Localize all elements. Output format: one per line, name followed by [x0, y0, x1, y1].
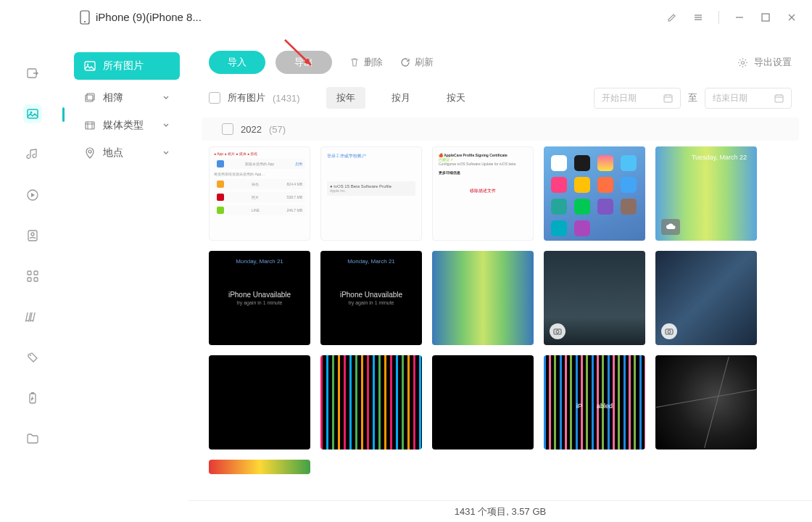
maximize-button[interactable] [760, 12, 771, 23]
photo-thumbnail[interactable] [544, 251, 645, 345]
photo-thumbnail[interactable] [209, 460, 310, 474]
camera-icon [661, 323, 677, 339]
photo-thumbnail[interactable]: Monday, March 21iPhone Unavailabletry ag… [320, 251, 422, 345]
menu-icon[interactable] [692, 12, 704, 23]
photo-thumbnail[interactable] [432, 355, 534, 450]
thumb-date: Monday, March 21 [347, 258, 395, 265]
time-segment: 按年 按月 按天 [326, 87, 476, 109]
delete-button[interactable]: 删除 [349, 56, 383, 69]
select-all-checkbox[interactable] [209, 92, 220, 104]
delete-label: 删除 [364, 56, 383, 69]
rail-apps-icon[interactable] [23, 267, 42, 286]
thumb-sub: try again in 1 minute [236, 300, 282, 305]
import-button[interactable]: 导入 [209, 51, 265, 74]
photo-thumbnail[interactable] [432, 251, 534, 345]
svg-point-1 [84, 21, 86, 22]
photo-thumbnail[interactable] [432, 460, 534, 474]
svg-rect-9 [28, 271, 31, 275]
toolbar: 导入 导出 删除 刷新 导出设置 [188, 35, 812, 83]
edit-icon[interactable] [666, 12, 678, 23]
status-bar: 1431 个项目, 3.57 GB [188, 500, 812, 522]
rail-contacts-icon[interactable] [23, 226, 42, 245]
svg-point-22 [742, 61, 745, 64]
sidebar-item-media-type[interactable]: 媒体类型 [74, 112, 180, 139]
seg-by-day[interactable]: 按天 [436, 87, 476, 109]
gear-icon [737, 57, 748, 68]
end-date-placeholder: 结束日期 [713, 92, 747, 104]
rail-tags-icon[interactable] [23, 348, 42, 367]
refresh-icon [400, 57, 410, 67]
photo-thumbnail[interactable] [544, 146, 645, 241]
chevron-down-icon [162, 94, 170, 102]
refresh-button[interactable]: 刷新 [400, 56, 434, 69]
status-text: 1431 个项目, 3.57 GB [455, 505, 546, 518]
minimize-button[interactable] [734, 12, 745, 23]
camera-icon [550, 323, 566, 339]
rail-video-icon[interactable] [23, 186, 42, 204]
sidebar: 所有图片 相簿 媒体类型 地点 [65, 35, 188, 522]
calendar-icon [774, 94, 784, 103]
photo-thumbnail[interactable]: 登录工作或学校帐户● tvOS 15 Beta Software Profile… [320, 146, 422, 241]
photo-thumbnail[interactable] [655, 460, 757, 474]
photo-thumbnail[interactable] [655, 355, 757, 450]
sidebar-media-label: 媒体类型 [103, 119, 144, 132]
year-count: (57) [269, 124, 286, 135]
end-date-input[interactable]: 结束日期 [705, 88, 792, 109]
media-icon [84, 120, 96, 131]
export-button[interactable]: 导出 [276, 51, 332, 74]
svg-rect-2 [762, 14, 769, 21]
photo-thumbnail[interactable] [320, 355, 422, 450]
location-icon [84, 147, 96, 159]
sidebar-all-photos-label: 所有图片 [103, 59, 144, 72]
rail-books-icon[interactable] [23, 307, 42, 326]
photo-thumbnail[interactable]: 🍎 AppleCare Profile Signing Certificate已… [432, 146, 534, 241]
svg-rect-12 [34, 278, 38, 281]
phone-icon [80, 10, 90, 25]
svg-point-28 [668, 331, 671, 334]
svg-rect-23 [664, 95, 672, 102]
rail-files-icon[interactable] [23, 429, 42, 448]
start-date-placeholder: 开始日期 [602, 92, 637, 104]
date-to-label: 至 [688, 91, 697, 104]
photo-thumbnail[interactable]: ● App ● 相片 ● 媒体 ● 系统 新版本使用的 App启用 将使用系统资… [209, 146, 310, 241]
photo-grid: ● App ● 相片 ● 媒体 ● 系统 新版本使用的 App启用 将使用系统资… [209, 146, 799, 474]
photo-thumbnail[interactable] [655, 251, 757, 345]
filter-all-label: 所有图片 [228, 91, 265, 104]
thumb-date: Tuesday, March 22 [692, 154, 747, 161]
close-button[interactable] [786, 12, 798, 23]
sidebar-item-location[interactable]: 地点 [74, 139, 180, 167]
export-settings-button[interactable]: 导出设置 [737, 56, 792, 69]
photo-thumbnail[interactable]: iP abled [544, 355, 645, 450]
svg-point-13 [30, 355, 31, 356]
photo-thumbnail[interactable]: Tuesday, March 22 [655, 146, 757, 241]
left-rail [0, 35, 65, 522]
svg-rect-11 [28, 278, 31, 281]
svg-point-8 [31, 233, 34, 236]
seg-by-year[interactable]: 按年 [326, 87, 365, 109]
photo-thumbnail[interactable] [209, 355, 310, 450]
photo-thumbnail[interactable]: Monday, March 21iPhone Unavailabletry ag… [209, 251, 310, 345]
rail-back-icon[interactable] [23, 64, 42, 83]
photo-thumbnail[interactable] [544, 460, 645, 474]
rail-photos-icon[interactable] [23, 104, 42, 123]
title-bar: iPhone (9)(iPhone 8... [0, 0, 812, 35]
refresh-label: 刷新 [415, 56, 434, 69]
photo-grid-scroll[interactable]: ● App ● 相片 ● 媒体 ● 系统 新版本使用的 App启用 将使用系统资… [188, 146, 812, 500]
seg-by-month[interactable]: 按月 [381, 87, 420, 109]
year-label: 2022 [241, 124, 262, 135]
rail-music-icon[interactable] [23, 145, 42, 164]
start-date-input[interactable]: 开始日期 [594, 88, 681, 109]
year-checkbox[interactable] [222, 123, 233, 135]
rail-battery-icon[interactable] [23, 389, 42, 407]
sidebar-location-label: 地点 [103, 146, 123, 160]
sidebar-item-albums[interactable]: 相簿 [74, 84, 180, 112]
sidebar-item-all-photos[interactable]: 所有图片 [74, 52, 180, 80]
svg-rect-20 [86, 122, 94, 129]
image-icon [84, 60, 96, 72]
thumb-sub: try again in 1 minute [348, 300, 394, 305]
year-group-header[interactable]: 2022(57) [202, 117, 799, 141]
photo-thumbnail[interactable] [320, 460, 422, 474]
thumb-msg: iPhone Unavailable [228, 291, 291, 299]
filter-all-count: (1431) [273, 93, 300, 104]
thumb-date: Monday, March 21 [236, 258, 283, 265]
